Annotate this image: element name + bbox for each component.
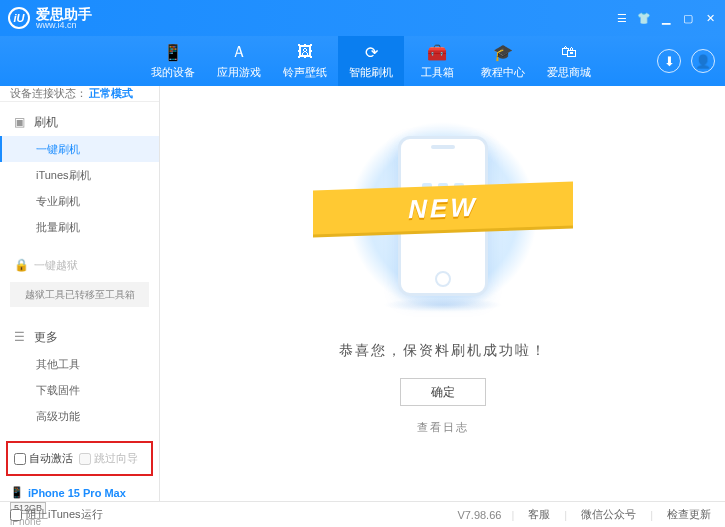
footer-link-support[interactable]: 客服 — [524, 507, 554, 522]
sidebar-head-label: 一键越狱 — [34, 258, 78, 273]
sidebar-item-advanced[interactable]: 高级功能 — [0, 403, 159, 429]
nav-label: 智能刷机 — [349, 65, 393, 80]
phone-icon: 📱 — [10, 486, 24, 499]
sidebar-item-oneclick-flash[interactable]: 一键刷机 — [0, 136, 159, 162]
sidebar-item-download-firmware[interactable]: 下载固件 — [0, 377, 159, 403]
toolbox-icon: 🧰 — [427, 42, 447, 62]
nav-apps-games[interactable]: Ａ 应用游戏 — [206, 36, 272, 86]
nav-smart-flash[interactable]: ⟳ 智能刷机 — [338, 36, 404, 86]
minimize-icon[interactable]: ▁ — [659, 11, 673, 25]
checkbox-label: 跳过向导 — [94, 451, 138, 466]
nav-toolbox[interactable]: 🧰 工具箱 — [404, 36, 470, 86]
nav-ringtones[interactable]: 🖼 铃声壁纸 — [272, 36, 338, 86]
new-ribbon: NEW — [313, 181, 573, 234]
menu-icon[interactable]: ☰ — [615, 11, 629, 25]
app-logo: iU 爱思助手 www.i4.cn — [8, 7, 92, 30]
device-connection-status: 设备连接状态： 正常模式 — [0, 86, 159, 102]
sidebar-item-other-tools[interactable]: 其他工具 — [0, 351, 159, 377]
nav-label: 工具箱 — [421, 65, 454, 80]
sidebar-item-pro-flash[interactable]: 专业刷机 — [0, 188, 159, 214]
footer-link-update[interactable]: 检查更新 — [663, 507, 715, 522]
nav-label: 我的设备 — [151, 65, 195, 80]
maximize-icon[interactable]: ▢ — [681, 11, 695, 25]
device-name: iPhone 15 Pro Max — [28, 487, 126, 499]
nav-label: 爱思商城 — [547, 65, 591, 80]
nav-label: 教程中心 — [481, 65, 525, 80]
skin-icon[interactable]: 👕 — [637, 11, 651, 25]
nav-store[interactable]: 🛍 爱思商城 — [536, 36, 602, 86]
tutorial-icon: 🎓 — [493, 42, 513, 62]
checkbox-label: 自动激活 — [29, 451, 73, 466]
nav-my-device[interactable]: 📱 我的设备 — [140, 36, 206, 86]
store-icon: 🛍 — [559, 42, 579, 62]
download-button[interactable]: ⬇ — [657, 49, 681, 73]
nav-label: 应用游戏 — [217, 65, 261, 80]
auto-activate-checkbox[interactable]: 自动激活 — [14, 451, 73, 466]
device-icon: 📱 — [163, 42, 183, 62]
more-icon: ☰ — [14, 330, 28, 344]
brand-name: 爱思助手 — [36, 7, 92, 21]
wallpaper-icon: 🖼 — [295, 42, 315, 62]
sidebar-item-batch-flash[interactable]: 批量刷机 — [0, 214, 159, 240]
close-icon[interactable]: ✕ — [703, 11, 717, 25]
options-highlight-box: 自动激活 跳过向导 — [6, 441, 153, 476]
version-label: V7.98.66 — [457, 509, 501, 521]
apps-icon: Ａ — [229, 42, 249, 62]
lock-icon: 🔒 — [14, 258, 28, 272]
status-label: 设备连接状态： — [10, 86, 87, 101]
logo-icon: iU — [8, 7, 30, 29]
block-itunes-checkbox[interactable]: 阻止iTunes运行 — [10, 507, 103, 522]
status-mode: 正常模式 — [89, 86, 133, 101]
brand-url: www.i4.cn — [36, 21, 92, 30]
view-log-link[interactable]: 查看日志 — [417, 420, 469, 435]
sidebar-head-label: 更多 — [34, 329, 58, 346]
sidebar-head-flash[interactable]: ▣ 刷机 — [0, 108, 159, 136]
sidebar-item-itunes-flash[interactable]: iTunes刷机 — [0, 162, 159, 188]
success-message: 恭喜您，保资料刷机成功啦！ — [339, 342, 547, 360]
ok-button[interactable]: 确定 — [400, 378, 486, 406]
footer-link-wechat[interactable]: 微信公众号 — [577, 507, 640, 522]
flash-icon: ⟳ — [361, 42, 381, 62]
nav-label: 铃声壁纸 — [283, 65, 327, 80]
checkbox-label: 阻止iTunes运行 — [26, 507, 103, 522]
sidebar-head-more[interactable]: ☰ 更多 — [0, 323, 159, 351]
nav-tutorials[interactable]: 🎓 教程中心 — [470, 36, 536, 86]
sidebar-head-jailbreak: 🔒 一键越狱 — [0, 252, 159, 278]
skip-guide-checkbox[interactable]: 跳过向导 — [79, 451, 138, 466]
flash-category-icon: ▣ — [14, 115, 28, 129]
sidebar-head-label: 刷机 — [34, 114, 58, 131]
jailbreak-moved-note: 越狱工具已转移至工具箱 — [10, 282, 149, 307]
success-illustration: NEW — [343, 116, 543, 316]
user-button[interactable]: 👤 — [691, 49, 715, 73]
